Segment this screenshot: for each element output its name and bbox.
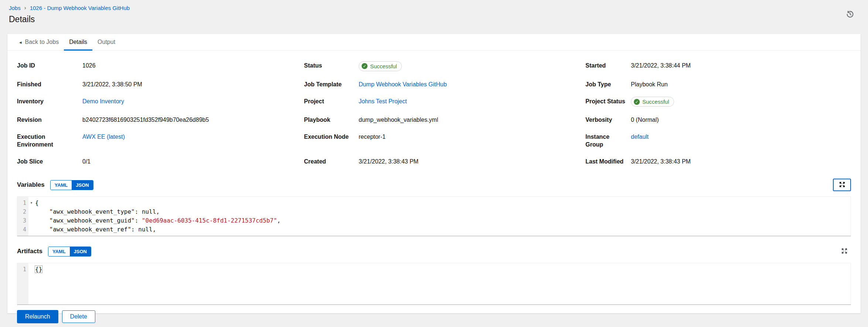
code-text: "awx_webhook_event_guid": "0ed69aac-6035… [34,216,281,225]
line-number: 1 [17,265,28,274]
tab-label: Details [69,39,87,45]
tab-label: Back to Jobs [25,39,59,45]
artifacts-yaml-toggle-button[interactable]: YAML [48,247,70,256]
code-text: "awx_webhook_event_ref": null, [34,225,156,234]
instance-group-link[interactable]: default [631,134,649,140]
delete-button[interactable]: Delete [62,310,95,323]
line-number: 5 [17,234,28,236]
field-label: Instance Group [585,133,631,148]
field-playbook: Playbook dump_webhook_variables.yml [304,116,585,124]
code-line: 2 "awx_webhook_event_type": null, [17,207,851,216]
expand-arrows-icon [839,182,845,189]
breadcrumb-item-current[interactable]: 1026 - Dump Webhook Variables GitHub [30,5,130,11]
field-revision: Revision b2402723f6816903251fd352f949b70… [17,116,304,124]
field-label: Job ID [17,62,82,69]
artifacts-code-editor[interactable]: 1 {} [17,263,851,305]
fold-caret-icon[interactable]: ▾ [28,199,34,207]
variables-code-editor[interactable]: 1 ▾ { 2 "awx_webhook_event_type": null, … [17,196,851,236]
action-buttons: Relaunch Delete [17,310,851,323]
code-line: 4 "awx_webhook_event_ref": null, [17,225,851,234]
field-started: Started 3/21/2022, 3:38:44 PM [585,62,851,71]
artifacts-format-toggle: YAML JSON [48,247,91,257]
field-job-slice: Job Slice 0/1 [17,158,304,165]
field-status: Status ✓ Successful [304,62,585,71]
variables-section-head: Variables YAML JSON [17,179,851,191]
tab-output[interactable]: Output [92,34,120,50]
field-label: Job Slice [17,158,82,165]
field-verbosity: Verbosity 0 (Normal) [585,116,851,124]
field-label: Project Status [585,97,631,105]
string-token: "0ed69aac-6035-415c-8fd1-2271537cd5b7" [142,217,277,224]
field-value: b2402723f6816903251fd352f949b70ea26d89b5 [82,116,209,124]
artifacts-json-toggle-button[interactable]: JSON [70,247,91,256]
breadcrumb: Jobs › 1026 - Dump Webhook Variables Git… [9,5,859,11]
breadcrumb-separator-icon: › [24,4,26,11]
variables-expand-button[interactable] [833,179,851,191]
field-label: Verbosity [585,116,631,124]
history-button[interactable] [845,9,855,21]
page-title: Details [9,14,859,24]
line-number: 4 [17,225,28,234]
field-value: dump_webhook_variables.yml [359,116,438,124]
inventory-link[interactable]: Demo Inventory [82,98,124,104]
artifacts-section-head: Artifacts YAML JSON [17,245,851,258]
code-text: {} [34,265,42,274]
job-template-link[interactable]: Dump Webhook Variables GitHub [359,81,447,87]
field-label: Created [304,158,359,165]
field-label: Job Type [585,80,631,88]
variables-heading: Variables [17,181,45,189]
line-number: 1 [17,199,28,207]
artifacts-expand-button[interactable] [838,245,851,258]
badge-label: Successful [642,98,669,106]
variables-json-toggle-button[interactable]: JSON [72,180,93,190]
matching-brackets: {} [35,266,42,273]
top-bar: Jobs › 1026 - Dump Webhook Variables Git… [0,0,868,27]
history-icon [846,14,854,19]
line-number: 2 [17,207,28,216]
tab-details[interactable]: Details [64,34,92,50]
field-label: Execution Environment [17,133,82,148]
field-value: 3/21/2022, 3:38:50 PM [82,80,142,88]
field-value: 3/21/2022, 3:38:43 PM [359,158,418,165]
field-job-template: Job Template Dump Webhook Variables GitH… [304,80,585,88]
line-number: 3 [17,216,28,225]
field-execution-node: Execution Node receptor-1 [304,133,585,148]
variables-format-toggle: YAML JSON [50,180,93,190]
field-finished: Finished 3/21/2022, 3:38:50 PM [17,80,304,88]
code-text: { [34,199,39,207]
field-label: Inventory [17,97,82,105]
project-link[interactable]: Johns Test Project [359,98,407,104]
field-value: Playbook Run [631,80,668,88]
field-label: Last Modified [585,158,631,165]
check-circle-icon: ✓ [634,99,640,105]
field-label: Execution Node [304,133,359,141]
code-line: 3 "awx_webhook_event_guid": "0ed69aac-60… [17,216,851,225]
field-label: Status [304,62,359,69]
field-label: Playbook [304,116,359,124]
field-value: receptor-1 [359,133,386,141]
breadcrumb-link-jobs[interactable]: Jobs [9,5,21,11]
field-label: Finished [17,80,82,88]
field-job-type: Job Type Playbook Run [585,80,851,88]
check-circle-icon: ✓ [362,63,368,69]
code-line: 1 ▾ { [17,199,851,207]
field-inventory: Inventory Demo Inventory [17,97,304,107]
code-text: "awx_webhook_event_type": null, [34,207,160,216]
field-value: 3/21/2022, 3:38:43 PM [631,158,691,165]
job-details-card: ◂ Back to Jobs Details Output Job ID 102… [7,34,861,313]
code-line: 1 {} [17,265,851,274]
field-label: Job Template [304,80,359,88]
details-grid: Job ID 1026 Status ✓ Successful Started … [7,51,861,165]
field-value: 0 (Normal) [631,116,659,124]
variables-yaml-toggle-button[interactable]: YAML [51,180,72,190]
project-status-badge: ✓ Successful [631,97,674,107]
field-created: Created 3/21/2022, 3:38:43 PM [304,158,585,165]
execution-environment-link[interactable]: AWX EE (latest) [82,134,125,140]
relaunch-button[interactable]: Relaunch [17,310,58,323]
field-project: Project Johns Test Project [304,97,585,107]
field-label: Project [304,97,359,105]
tab-back-to-jobs[interactable]: ◂ Back to Jobs [14,34,64,50]
field-project-status: Project Status ✓ Successful [585,97,851,107]
status-badge: ✓ Successful [359,61,402,71]
tab-bar: ◂ Back to Jobs Details Output [7,34,861,51]
